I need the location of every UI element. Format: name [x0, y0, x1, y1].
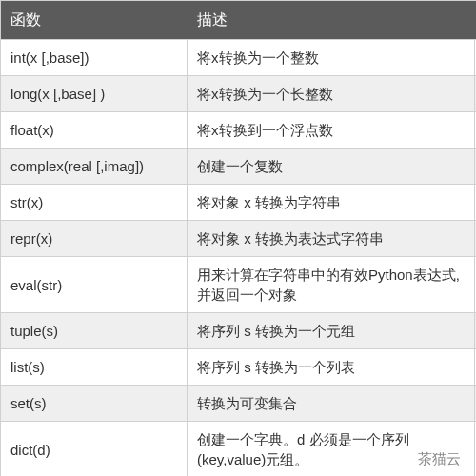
table-row: set(s) 转换为可变集合	[1, 386, 476, 422]
cell-function: list(s)	[1, 349, 188, 385]
cell-description: 将x转换为一个整数	[188, 40, 475, 75]
function-table: 函数 描述 int(x [,base]) 将x转换为一个整数 long(x [,…	[0, 0, 476, 476]
cell-function: eval(str)	[1, 257, 188, 312]
cell-function: long(x [,base] )	[1, 76, 188, 111]
cell-function: complex(real [,imag])	[1, 149, 188, 184]
cell-description: 将x转换到一个浮点数	[188, 112, 475, 148]
table-row: tuple(s) 将序列 s 转换为一个元组	[1, 313, 476, 349]
table-row: dict(d) 创建一个字典。d 必须是一个序列 (key,value)元组。	[1, 422, 476, 476]
cell-function: tuple(s)	[1, 313, 188, 348]
cell-description: 用来计算在字符串中的有效Python表达式,并返回一个对象	[188, 257, 475, 312]
cell-description: 将序列 s 转换为一个元组	[188, 313, 475, 348]
cell-description: 将对象 x 转换为字符串	[188, 185, 475, 220]
cell-function: repr(x)	[1, 221, 188, 256]
cell-description: 将x转换为一个长整数	[188, 76, 475, 111]
cell-description: 将序列 s 转换为一个列表	[188, 349, 475, 385]
cell-description: 将对象 x 转换为表达式字符串	[188, 221, 475, 256]
table-row: long(x [,base] ) 将x转换为一个长整数	[1, 76, 476, 112]
table-row: complex(real [,imag]) 创建一个复数	[1, 149, 476, 185]
cell-function: str(x)	[1, 185, 188, 220]
cell-function: int(x [,base])	[1, 40, 188, 75]
table-header-row: 函数 描述	[1, 1, 476, 40]
table-row: int(x [,base]) 将x转换为一个整数	[1, 40, 476, 76]
table-row: eval(str) 用来计算在字符串中的有效Python表达式,并返回一个对象	[1, 257, 476, 313]
cell-description: 转换为可变集合	[188, 386, 475, 421]
table-row: list(s) 将序列 s 转换为一个列表	[1, 349, 476, 386]
table-row: float(x) 将x转换到一个浮点数	[1, 112, 476, 149]
cell-function: float(x)	[1, 112, 188, 148]
table-row: repr(x) 将对象 x 转换为表达式字符串	[1, 221, 476, 257]
table-row: str(x) 将对象 x 转换为字符串	[1, 185, 476, 221]
cell-function: set(s)	[1, 386, 188, 421]
cell-function: dict(d)	[1, 422, 188, 476]
cell-description: 创建一个复数	[188, 149, 475, 184]
watermark-text: 茶猫云	[418, 450, 461, 468]
header-description: 描述	[188, 1, 475, 39]
header-function: 函数	[1, 1, 188, 39]
